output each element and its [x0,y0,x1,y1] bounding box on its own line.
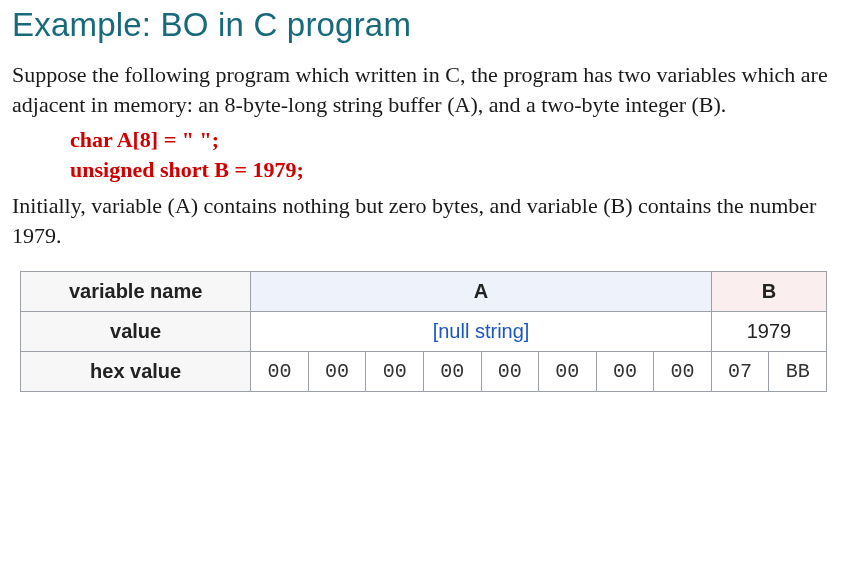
memory-table: variable name A B value [null string] 19… [20,271,827,392]
col-header-b: B [711,272,826,312]
row-label-hex: hex value [21,352,251,392]
hex-a-5: 00 [539,352,597,392]
memory-table-container: variable name A B value [null string] 19… [12,263,835,400]
hex-b-0: 07 [711,352,769,392]
hex-a-3: 00 [423,352,481,392]
hex-a-4: 00 [481,352,539,392]
paragraph-intro: Suppose the following program which writ… [12,60,835,121]
code-line-b: unsigned short B = 1979; [70,157,835,183]
hex-a-7: 00 [654,352,712,392]
hex-a-1: 00 [308,352,366,392]
hex-b-1: BB [769,352,827,392]
row-label-varname: variable name [21,272,251,312]
value-a: [null string] [251,312,712,352]
row-label-value: value [21,312,251,352]
table-row-hex: hex value 00 00 00 00 00 00 00 00 07 BB [21,352,827,392]
col-header-a: A [251,272,712,312]
table-row-header: variable name A B [21,272,827,312]
paragraph-initial: Initially, variable (A) contains nothing… [12,191,835,252]
slide-title: Example: BO in C program [12,6,835,44]
value-b: 1979 [711,312,826,352]
hex-a-6: 00 [596,352,654,392]
hex-a-0: 00 [251,352,309,392]
code-line-a: char A[8] = " "; [70,127,835,153]
hex-a-2: 00 [366,352,424,392]
table-row-value: value [null string] 1979 [21,312,827,352]
